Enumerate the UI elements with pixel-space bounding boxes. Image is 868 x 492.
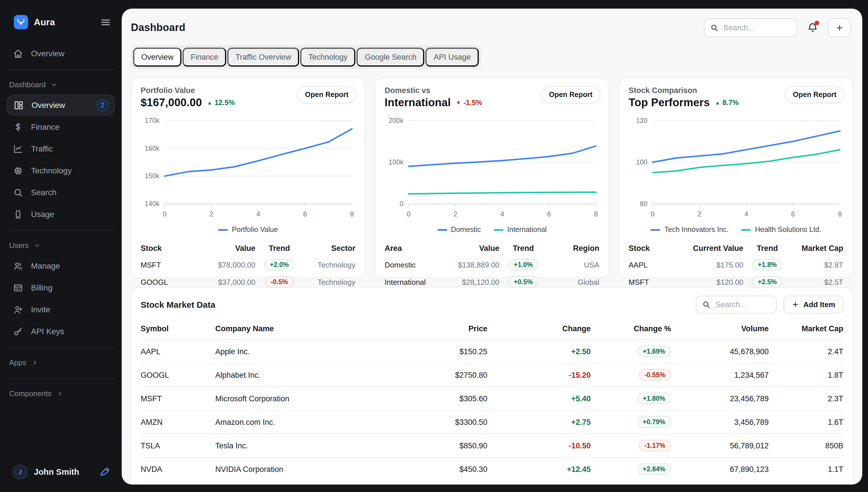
cell-company: Microsoft Corporation <box>215 394 424 403</box>
svg-text:2: 2 <box>697 210 701 218</box>
card-delta: ▲8.7% <box>715 99 739 107</box>
legend-swatch <box>218 229 228 230</box>
stock-table: SymbolCompany NamePriceChangeChange %Vol… <box>141 319 843 485</box>
key-icon <box>13 326 24 337</box>
menu-icon[interactable] <box>100 16 111 28</box>
sidebar-divider <box>8 347 114 348</box>
stock-card-title: Stock Market Data <box>141 300 215 310</box>
sidebar-header: Aura <box>0 0 122 35</box>
sidebar-item-invite[interactable]: Invite <box>7 299 115 320</box>
sidebar-item-label: Search <box>31 188 109 197</box>
user-row[interactable]: J John Smith <box>0 455 122 492</box>
cell-company: NVIDIA Corporation <box>215 465 424 473</box>
section-label: Dashboard <box>9 80 46 89</box>
cell-extra: $2.5T <box>788 277 843 286</box>
cell-symbol: NVDA <box>141 465 215 473</box>
table-row-msft[interactable]: MSFTMicrosoft Corporation$305.60+5.40+1.… <box>141 387 843 411</box>
legend-swatch <box>651 229 661 230</box>
stock-card-actions: Add Item <box>696 296 843 314</box>
column-header: Sector <box>300 244 355 253</box>
sidebar-item-overview[interactable]: Overview <box>7 43 115 64</box>
cell-price: $2750.80 <box>424 371 488 379</box>
sidebar-item-usage[interactable]: Usage <box>7 204 115 224</box>
theme-brush-icon[interactable] <box>99 466 110 477</box>
line-chart-portfolio-value: 140k150k160k170k02468 <box>141 115 355 222</box>
main-panel: Dashboard <box>122 8 862 485</box>
sidebar-item-manage[interactable]: Manage <box>7 255 115 276</box>
legend-swatch <box>493 229 503 230</box>
open-report-button[interactable]: Open Report <box>785 86 844 103</box>
svg-text:4: 4 <box>500 210 504 218</box>
tab-technology[interactable]: Technology <box>300 48 356 67</box>
section-label: Users <box>9 241 29 250</box>
svg-text:8: 8 <box>838 210 842 218</box>
cell-price: $450.30 <box>424 465 488 473</box>
sidebar-section-dashboard[interactable]: Dashboard <box>7 76 115 95</box>
open-report-button[interactable]: Open Report <box>297 86 356 103</box>
stock-search[interactable] <box>696 296 777 314</box>
cell-value: $28,120.00 <box>438 277 503 286</box>
sidebar-item-api-keys[interactable]: API Keys <box>7 321 115 342</box>
tab-api-usage[interactable]: API Usage <box>426 48 479 67</box>
add-item-button[interactable]: Add Item <box>784 296 843 314</box>
domestic-vs-card: Domestic vsInternational▼-1.5%Open Repor… <box>375 77 609 278</box>
column-header: Market Cap <box>788 244 843 253</box>
sidebar-section-users[interactable]: Users <box>7 237 115 255</box>
svg-text:4: 4 <box>256 210 260 218</box>
sidebar-item-billing[interactable]: Billing <box>7 277 115 298</box>
chart-legend: DomesticInternational <box>385 226 599 233</box>
column-header: Area <box>385 244 438 253</box>
table-row-aapl[interactable]: AAPLApple Inc.$150.25+2.50+1.69%45,678,9… <box>141 340 843 363</box>
portfolio-value-card: Portfolio Value$167,000.00▲12.5%Open Rep… <box>131 77 365 278</box>
search-icon <box>702 300 711 309</box>
card-table-header-row: AreaValueTrendRegion <box>385 241 599 256</box>
card-table-header-row: StockValueTrendSector <box>141 241 355 256</box>
table-row-amzn[interactable]: AMZNAmazon.com Inc.$3300.50+2.75+0.79%3,… <box>141 411 843 434</box>
column-header: Stock <box>628 244 682 253</box>
user-name: John Smith <box>34 467 99 476</box>
table-row-googl[interactable]: GOOGLAlphabet Inc.$2750.80-15.20-0.55%1,… <box>141 363 843 387</box>
sidebar-section-components[interactable]: Components <box>7 385 115 403</box>
card-icon <box>13 282 24 293</box>
stock-search-input[interactable] <box>716 300 771 309</box>
header-search[interactable] <box>704 18 797 37</box>
overview-cards: Portfolio Value$167,000.00▲12.5%Open Rep… <box>131 77 853 278</box>
legend-item-health-solutions-ltd: Health Solutions Ltd. <box>741 226 821 233</box>
header-search-input[interactable] <box>723 24 791 32</box>
tab-traffic-overview[interactable]: Traffic Overview <box>228 48 299 67</box>
sidebar-item-traffic[interactable]: Traffic <box>7 138 115 159</box>
sidebar-item-finance[interactable]: Finance <box>7 117 115 137</box>
cell-name: MSFT <box>628 277 682 286</box>
cell-value: $37,000.00 <box>194 277 259 286</box>
column-header: Value <box>194 244 259 253</box>
sidebar-item-label: Manage <box>31 261 109 270</box>
change-pct-badge: -0.55% <box>639 369 671 380</box>
cell-trend: +1.8% <box>747 259 788 270</box>
column-header: Trend <box>747 244 788 253</box>
notifications-bell-icon[interactable] <box>807 22 819 34</box>
tab-finance[interactable]: Finance <box>183 48 226 67</box>
stock-card-header: Stock Market Data Add Item <box>141 296 843 314</box>
card-delta: ▲12.5% <box>207 99 235 107</box>
column-header: Current Value <box>682 244 747 253</box>
add-button[interactable] <box>828 18 851 37</box>
legend-item-international: International <box>493 226 547 233</box>
tab-overview[interactable]: Overview <box>133 48 182 67</box>
sidebar-item-technology[interactable]: Technology <box>7 160 115 181</box>
table-row-meta[interactable]: METAMeta Platforms Inc.$320.75-3.25-1.00… <box>141 481 843 485</box>
phone-icon <box>13 209 24 220</box>
cell-extra: Technology <box>300 260 355 269</box>
sidebar-section-apps[interactable]: Apps <box>7 354 115 373</box>
table-row-tsla[interactable]: TSLATesla Inc.$850.90-10.50-1.17%56,789,… <box>141 434 843 458</box>
open-report-button[interactable]: Open Report <box>541 86 600 103</box>
delta-value: 8.7% <box>722 99 739 107</box>
section-label: Apps <box>9 358 26 367</box>
sidebar-item-overview[interactable]: Overview2 <box>7 95 115 115</box>
header-actions <box>704 18 851 37</box>
column-header: Stock <box>141 244 194 253</box>
sidebar-item-search[interactable]: Search <box>7 182 115 203</box>
tab-google-search[interactable]: Google Search <box>357 48 424 67</box>
table-row: Domestic$138,889.00+1.0%USA <box>385 256 599 273</box>
svg-text:0: 0 <box>400 200 403 207</box>
table-row-nvda[interactable]: NVDANVIDIA Corporation$450.30+12.45+2.84… <box>141 458 843 481</box>
